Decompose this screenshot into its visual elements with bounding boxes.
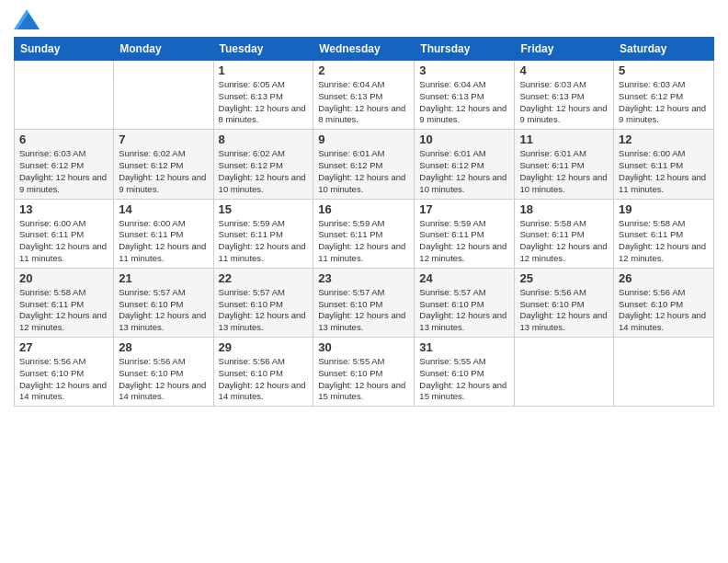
- calendar-cell: 20Sunrise: 5:58 AM Sunset: 6:11 PM Dayli…: [15, 268, 114, 337]
- calendar-week-5: 27Sunrise: 5:56 AM Sunset: 6:10 PM Dayli…: [15, 338, 714, 407]
- day-number: 23: [318, 271, 409, 285]
- calendar-cell: [15, 61, 114, 130]
- calendar-cell: [515, 338, 614, 407]
- logo: [14, 9, 43, 29]
- day-number: 6: [19, 132, 108, 146]
- day-number: 17: [419, 202, 509, 216]
- calendar-cell: 15Sunrise: 5:59 AM Sunset: 6:11 PM Dayli…: [213, 199, 313, 268]
- day-number: 21: [119, 271, 208, 285]
- day-number: 5: [619, 63, 709, 77]
- day-info: Sunrise: 5:56 AM Sunset: 6:10 PM Dayligh…: [19, 356, 108, 403]
- day-number: 31: [419, 340, 509, 354]
- day-number: 29: [219, 340, 309, 354]
- day-info: Sunrise: 5:57 AM Sunset: 6:10 PM Dayligh…: [318, 287, 409, 334]
- calendar-cell: 16Sunrise: 5:59 AM Sunset: 6:11 PM Dayli…: [313, 199, 415, 268]
- day-info: Sunrise: 6:01 AM Sunset: 6:11 PM Dayligh…: [519, 148, 609, 195]
- day-number: 8: [219, 132, 309, 146]
- calendar-cell: 6Sunrise: 6:03 AM Sunset: 6:12 PM Daylig…: [15, 130, 114, 199]
- calendar-cell: 2Sunrise: 6:04 AM Sunset: 6:13 PM Daylig…: [313, 61, 415, 130]
- calendar-cell: 8Sunrise: 6:02 AM Sunset: 6:12 PM Daylig…: [213, 130, 313, 199]
- day-info: Sunrise: 6:01 AM Sunset: 6:12 PM Dayligh…: [419, 148, 509, 195]
- calendar-cell: 14Sunrise: 6:00 AM Sunset: 6:11 PM Dayli…: [114, 199, 213, 268]
- calendar-cell: 13Sunrise: 6:00 AM Sunset: 6:11 PM Dayli…: [15, 199, 114, 268]
- day-number: 26: [619, 271, 709, 285]
- calendar-body: 1Sunrise: 6:05 AM Sunset: 6:13 PM Daylig…: [15, 61, 714, 407]
- day-info: Sunrise: 6:04 AM Sunset: 6:13 PM Dayligh…: [419, 79, 509, 126]
- day-info: Sunrise: 6:02 AM Sunset: 6:12 PM Dayligh…: [219, 148, 309, 195]
- day-info: Sunrise: 5:56 AM Sunset: 6:10 PM Dayligh…: [519, 287, 609, 334]
- day-info: Sunrise: 6:00 AM Sunset: 6:11 PM Dayligh…: [119, 218, 208, 265]
- day-info: Sunrise: 6:05 AM Sunset: 6:13 PM Dayligh…: [219, 79, 309, 126]
- page-header: [14, 9, 714, 29]
- day-info: Sunrise: 6:02 AM Sunset: 6:12 PM Dayligh…: [119, 148, 208, 195]
- day-number: 10: [419, 132, 509, 146]
- calendar-cell: 9Sunrise: 6:01 AM Sunset: 6:12 PM Daylig…: [313, 130, 415, 199]
- day-info: Sunrise: 5:59 AM Sunset: 6:11 PM Dayligh…: [419, 218, 509, 265]
- day-info: Sunrise: 6:03 AM Sunset: 6:12 PM Dayligh…: [619, 79, 709, 126]
- calendar-cell: 7Sunrise: 6:02 AM Sunset: 6:12 PM Daylig…: [114, 130, 213, 199]
- day-info: Sunrise: 5:56 AM Sunset: 6:10 PM Dayligh…: [119, 356, 208, 403]
- calendar-cell: 26Sunrise: 5:56 AM Sunset: 6:10 PM Dayli…: [614, 268, 714, 337]
- calendar-cell: 31Sunrise: 5:55 AM Sunset: 6:10 PM Dayli…: [415, 338, 515, 407]
- day-info: Sunrise: 6:00 AM Sunset: 6:11 PM Dayligh…: [619, 148, 709, 195]
- calendar-header-row: SundayMondayTuesdayWednesdayThursdayFrid…: [15, 38, 714, 61]
- calendar-cell: 1Sunrise: 6:05 AM Sunset: 6:13 PM Daylig…: [213, 61, 313, 130]
- day-info: Sunrise: 5:55 AM Sunset: 6:10 PM Dayligh…: [318, 356, 409, 403]
- calendar-cell: [114, 61, 213, 130]
- day-number: 28: [119, 340, 208, 354]
- day-info: Sunrise: 6:03 AM Sunset: 6:12 PM Dayligh…: [19, 148, 108, 195]
- calendar-week-4: 20Sunrise: 5:58 AM Sunset: 6:11 PM Dayli…: [15, 268, 714, 337]
- calendar-cell: 3Sunrise: 6:04 AM Sunset: 6:13 PM Daylig…: [415, 61, 515, 130]
- day-number: 22: [219, 271, 309, 285]
- calendar-cell: 19Sunrise: 5:58 AM Sunset: 6:11 PM Dayli…: [614, 199, 714, 268]
- day-info: Sunrise: 5:58 AM Sunset: 6:11 PM Dayligh…: [519, 218, 609, 265]
- calendar-cell: 27Sunrise: 5:56 AM Sunset: 6:10 PM Dayli…: [15, 338, 114, 407]
- day-info: Sunrise: 6:04 AM Sunset: 6:13 PM Dayligh…: [318, 79, 409, 126]
- day-number: 2: [318, 63, 409, 77]
- day-info: Sunrise: 5:59 AM Sunset: 6:11 PM Dayligh…: [219, 218, 309, 265]
- calendar-cell: 22Sunrise: 5:57 AM Sunset: 6:10 PM Dayli…: [213, 268, 313, 337]
- day-number: 3: [419, 63, 509, 77]
- calendar-cell: 30Sunrise: 5:55 AM Sunset: 6:10 PM Dayli…: [313, 338, 415, 407]
- calendar-cell: 4Sunrise: 6:03 AM Sunset: 6:13 PM Daylig…: [515, 61, 614, 130]
- day-number: 19: [619, 202, 709, 216]
- day-number: 30: [318, 340, 409, 354]
- day-info: Sunrise: 5:57 AM Sunset: 6:10 PM Dayligh…: [419, 287, 509, 334]
- calendar-week-2: 6Sunrise: 6:03 AM Sunset: 6:12 PM Daylig…: [15, 130, 714, 199]
- day-info: Sunrise: 5:55 AM Sunset: 6:10 PM Dayligh…: [419, 356, 509, 403]
- weekday-header-thursday: Thursday: [415, 38, 515, 61]
- weekday-header-tuesday: Tuesday: [213, 38, 313, 61]
- weekday-header-saturday: Saturday: [614, 38, 714, 61]
- calendar-cell: 12Sunrise: 6:00 AM Sunset: 6:11 PM Dayli…: [614, 130, 714, 199]
- day-number: 16: [318, 202, 409, 216]
- day-number: 13: [19, 202, 108, 216]
- logo-icon: [14, 9, 40, 29]
- day-info: Sunrise: 6:03 AM Sunset: 6:13 PM Dayligh…: [519, 79, 609, 126]
- day-info: Sunrise: 5:56 AM Sunset: 6:10 PM Dayligh…: [619, 287, 709, 334]
- day-info: Sunrise: 5:57 AM Sunset: 6:10 PM Dayligh…: [119, 287, 208, 334]
- calendar-week-1: 1Sunrise: 6:05 AM Sunset: 6:13 PM Daylig…: [15, 61, 714, 130]
- day-number: 24: [419, 271, 509, 285]
- calendar-cell: 5Sunrise: 6:03 AM Sunset: 6:12 PM Daylig…: [614, 61, 714, 130]
- day-info: Sunrise: 5:58 AM Sunset: 6:11 PM Dayligh…: [619, 218, 709, 265]
- day-number: 9: [318, 132, 409, 146]
- day-number: 18: [519, 202, 609, 216]
- weekday-header-wednesday: Wednesday: [313, 38, 415, 61]
- day-number: 1: [219, 63, 309, 77]
- calendar-cell: [614, 338, 714, 407]
- day-number: 12: [619, 132, 709, 146]
- day-number: 11: [519, 132, 609, 146]
- day-number: 4: [519, 63, 609, 77]
- day-number: 25: [519, 271, 609, 285]
- weekday-header-sunday: Sunday: [15, 38, 114, 61]
- calendar-week-3: 13Sunrise: 6:00 AM Sunset: 6:11 PM Dayli…: [15, 199, 714, 268]
- calendar-cell: 28Sunrise: 5:56 AM Sunset: 6:10 PM Dayli…: [114, 338, 213, 407]
- weekday-header-monday: Monday: [114, 38, 213, 61]
- calendar-cell: 25Sunrise: 5:56 AM Sunset: 6:10 PM Dayli…: [515, 268, 614, 337]
- calendar-cell: 17Sunrise: 5:59 AM Sunset: 6:11 PM Dayli…: [415, 199, 515, 268]
- calendar-cell: 23Sunrise: 5:57 AM Sunset: 6:10 PM Dayli…: [313, 268, 415, 337]
- day-info: Sunrise: 6:01 AM Sunset: 6:12 PM Dayligh…: [318, 148, 409, 195]
- day-number: 15: [219, 202, 309, 216]
- calendar-cell: 29Sunrise: 5:56 AM Sunset: 6:10 PM Dayli…: [213, 338, 313, 407]
- day-number: 27: [19, 340, 108, 354]
